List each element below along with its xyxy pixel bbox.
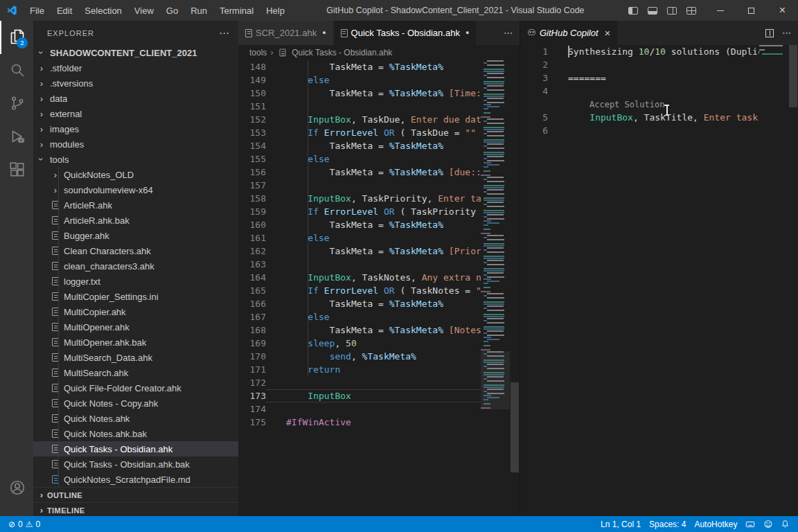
more-actions-icon[interactable]: ⋯ xyxy=(219,27,230,39)
tree-item-articler-ahk[interactable]: ArticleR.ahk xyxy=(33,197,238,213)
tree-item-quick-tasks-obsidian-ahk-bak[interactable]: Quick Tasks - Obsidian.ahk.bak xyxy=(33,456,238,472)
language-mode[interactable]: AutoHotkey xyxy=(690,516,741,532)
tab-github-copilot[interactable]: GitHub Copilot× xyxy=(520,21,618,45)
scrollbar-slider[interactable] xyxy=(789,45,797,107)
code-line-154[interactable]: 154 TaskMeta = %TaskMeta% xyxy=(238,139,481,152)
code-line-171[interactable]: 171 return xyxy=(238,363,481,376)
code-line-6[interactable]: 6 xyxy=(520,124,759,137)
code-line-166[interactable]: 166 TaskMeta = %TaskMeta% xyxy=(238,297,481,310)
notifications-bell-icon[interactable] xyxy=(777,516,794,532)
tree-item-logger-txt[interactable]: logger.txt xyxy=(33,274,238,289)
tree-item-quick-notes-ahk-bak[interactable]: Quick Notes.ahk.bak xyxy=(33,426,238,441)
code-line-165[interactable]: 165 If ErrorLevel OR ( TaskNotes = " xyxy=(238,284,481,297)
vertical-scrollbar-1[interactable] xyxy=(510,60,520,516)
menu-run[interactable]: Run xyxy=(184,0,213,21)
minimize-button[interactable] xyxy=(704,0,736,21)
code-line-159[interactable]: 159 If ErrorLevel OR ( TaskPriority xyxy=(238,205,481,218)
tree-item-multisearch-ahk[interactable]: MultiSearch.ahk xyxy=(33,365,238,380)
code-line-4[interactable]: 4 xyxy=(520,85,759,98)
menu-edit[interactable]: Edit xyxy=(51,0,78,21)
tree-item-quick-notes-copy-ahk[interactable]: Quick Notes - Copy.ahk xyxy=(33,396,238,411)
tree-item-modules[interactable]: ›modules xyxy=(33,136,238,152)
scrollbar-slider[interactable] xyxy=(511,382,519,472)
tree-item-clean-characters-ahk[interactable]: Clean Characters.ahk xyxy=(33,243,238,258)
keyboard-icon[interactable] xyxy=(741,516,759,532)
tree-item-tools[interactable]: ›tools xyxy=(33,152,238,167)
close-tab-icon[interactable]: × xyxy=(605,28,611,38)
tree-item-multisearch-data-ahk[interactable]: MultiSearch_Data.ahk xyxy=(33,350,238,365)
breadcrumb-folder[interactable]: tools xyxy=(249,48,267,57)
menu-go[interactable]: Go xyxy=(160,0,184,21)
code-line-174[interactable]: 174 xyxy=(238,402,481,416)
minimap-viewport[interactable] xyxy=(481,351,510,409)
tree-item-images[interactable]: ›images xyxy=(33,121,238,136)
tree-item-bugger-ahk[interactable]: Bugger.ahk xyxy=(33,228,238,243)
section-timeline[interactable]: ›TIMELINE xyxy=(33,502,238,516)
tree-item-quick-notes-ahk[interactable]: Quick Notes.ahk xyxy=(33,411,238,426)
menu-help[interactable]: Help xyxy=(260,0,291,21)
code-line-157[interactable]: 157 xyxy=(238,179,481,192)
customize-layout-icon[interactable] xyxy=(686,7,696,15)
code-line-161[interactable]: 161 else xyxy=(238,231,481,245)
problems-indicator[interactable]: ⊘ 0 ⚠ 0 xyxy=(4,516,44,532)
activity-search-button[interactable] xyxy=(0,54,33,87)
tree-item-quicknotes-old[interactable]: ›QuickNotes_OLD xyxy=(33,167,238,182)
tree-item-multicopier-ahk[interactable]: MultiCopier.ahk xyxy=(33,304,238,319)
code-line-5[interactable]: 5 InputBox, TaskTitle, Enter task xyxy=(520,111,759,124)
split-editor-icon[interactable] xyxy=(765,29,774,37)
code-line-151[interactable]: 151 xyxy=(238,100,481,113)
accept-solution-link[interactable]: Accept Solution xyxy=(589,100,664,109)
maximize-button[interactable] xyxy=(736,0,767,21)
code-line-163[interactable]: 163 xyxy=(238,258,481,271)
code-line-160[interactable]: 160 TaskMeta = %TaskMeta% xyxy=(238,218,481,231)
code-line-152[interactable]: 152 InputBox, TaskDue, Enter due dat xyxy=(238,113,481,126)
breadcrumb-file[interactable]: Quick Tasks - Obsidian.ahk xyxy=(292,48,392,57)
vertical-scrollbar-2[interactable] xyxy=(788,45,798,516)
code-line-175[interactable]: 175#IfWinActive xyxy=(238,416,481,429)
minimap-2[interactable] xyxy=(759,45,788,516)
code-line-155[interactable]: 155 else xyxy=(238,152,481,166)
code-line-168[interactable]: 168 TaskMeta = %TaskMeta% [Notes xyxy=(238,323,481,337)
toggle-secondary-sidebar-icon[interactable] xyxy=(667,7,677,15)
tree-root[interactable]: ›SHADOWCONTENT_CLIENT_2021 xyxy=(33,45,238,60)
tree-item-external[interactable]: ›external xyxy=(33,106,238,121)
code-line-173[interactable]: 173 InputBox xyxy=(238,389,481,402)
minimap-1[interactable] xyxy=(481,60,510,516)
indentation-setting[interactable]: Spaces: 4 xyxy=(645,516,690,532)
code-line-148[interactable]: 148 TaskMeta = %TaskMeta% xyxy=(238,60,481,73)
tree-item-quicknotes-scratchpadfile-md[interactable]: QuickNotes_ScratchpadFile.md xyxy=(33,472,238,487)
code-line-150[interactable]: 150 TaskMeta = %TaskMeta% [Time:: xyxy=(238,87,481,100)
tab-quick-tasks-obsidian-ahk[interactable]: Quick Tasks - Obsidian.ahk● xyxy=(334,21,477,45)
more-tabs-icon[interactable]: ⋯ xyxy=(504,28,513,38)
code-line-149[interactable]: 149 else xyxy=(238,73,481,87)
cursor-position[interactable]: Ln 1, Col 1 xyxy=(596,516,645,532)
code-editor-1[interactable]: 148 TaskMeta = %TaskMeta%149 else150 Tas… xyxy=(238,60,481,516)
tree-item-stversions[interactable]: ›.stversions xyxy=(33,76,238,91)
tree-item-quick-file-folder-creator-ahk[interactable]: Quick File-Folder Creator.ahk xyxy=(33,380,238,396)
tree-item-multiopener-ahk-bak[interactable]: MultiOpener.ahk.bak xyxy=(33,335,238,350)
close-button[interactable]: × xyxy=(767,0,798,21)
tree-item-quick-tasks-obsidian-ahk[interactable]: Quick Tasks - Obsidian.ahk xyxy=(33,441,238,456)
tab-scr-2021-ahk[interactable]: SCR_2021.ahk● xyxy=(238,21,334,45)
activity-run-debug-button[interactable] xyxy=(0,121,33,154)
activity-explorer-button[interactable]: 2 xyxy=(0,21,33,54)
tree-item-multicopier-settings-ini[interactable]: MultiCopier_Settings.ini xyxy=(33,289,238,304)
activity-source-control-button[interactable] xyxy=(0,87,33,121)
tree-item-soundvolumeview-x64[interactable]: ›soundvolumeview-x64 xyxy=(33,182,238,197)
code-line-172[interactable]: 172 xyxy=(238,376,481,389)
code-line-158[interactable]: 158 InputBox, TaskPriority, Enter ta xyxy=(238,192,481,205)
toggle-sidebar-icon[interactable] xyxy=(628,7,638,15)
menu-file[interactable]: File xyxy=(24,0,51,21)
code-line-2[interactable]: 2 xyxy=(520,58,759,71)
toggle-panel-icon[interactable] xyxy=(648,7,657,15)
code-editor-2[interactable]: 1Synthesizing 10/10 solutions (Duplic23=… xyxy=(520,45,759,516)
feedback-icon[interactable]: ☺ xyxy=(759,516,777,532)
activity-extensions-button[interactable] xyxy=(0,154,33,187)
code-line-156[interactable]: 156 TaskMeta = %TaskMeta% [due:: xyxy=(238,166,481,179)
code-line-164[interactable]: 164 InputBox, TaskNotes, Any extra n xyxy=(238,271,481,284)
tree-item-data[interactable]: ›data xyxy=(33,91,238,106)
tree-item-multiopener-ahk[interactable]: MultiOpener.ahk xyxy=(33,319,238,335)
tree-item-articler-ahk-bak[interactable]: ArticleR.ahk.bak xyxy=(33,213,238,228)
code-line-3[interactable]: 3======= xyxy=(520,71,759,85)
code-line-1[interactable]: 1Synthesizing 10/10 solutions (Duplic xyxy=(520,45,759,58)
